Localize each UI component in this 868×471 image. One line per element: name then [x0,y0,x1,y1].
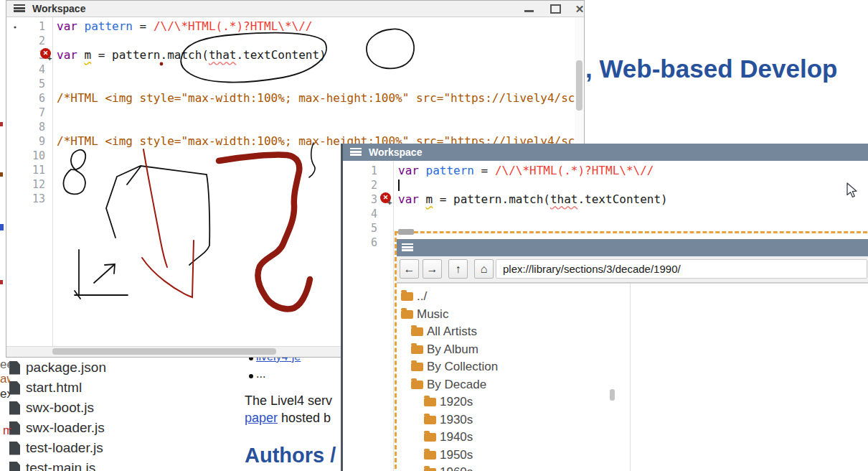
paragraph-line1: The Livel4 serv [245,393,332,409]
minimize-button[interactable] [522,4,537,14]
folder-label: By Album [427,342,478,357]
workspace2-titlebar[interactable]: Workspace [343,144,868,161]
file-icon [9,462,20,471]
file-label: package.json [26,360,106,376]
keyword-var: var [398,192,426,206]
text-cursor [398,179,400,191]
folder-item[interactable]: 1950s [424,447,473,464]
folder-icon [424,416,436,424]
file-icon [9,442,20,455]
file-label: test-main.js [26,460,95,471]
folder-icon [424,451,436,460]
folder-item[interactable]: 1940s [424,429,473,446]
back-icon[interactable]: ← [400,259,419,279]
folder-item[interactable]: 1960s [424,464,473,471]
bullet-icon [249,374,253,378]
line-number: 5 [356,221,377,236]
paper-link[interactable]: paper [245,411,278,425]
scrollbar-thumb[interactable] [52,348,276,355]
error-plus-icon: + [47,54,52,62]
error-badge[interactable]: ✕ + [380,192,392,204]
line-number: 12 [24,177,45,192]
folder-item[interactable]: Music [401,306,448,323]
operator: = [133,19,154,33]
file-item[interactable]: test-loader.js [9,439,103,457]
folder-icon [401,292,413,301]
code-line-6[interactable]: /*HTML <img style="max-width:100%; max-h… [57,91,585,106]
file-item[interactable]: package.json [9,359,106,376]
code-text: = pattern.match( [91,48,209,62]
code-line-3[interactable]: var m = pattern.match(that.textContent) [398,192,668,207]
edge-mark [0,122,3,126]
browser-content: ../ Music All Artists By Album By Collec… [397,283,868,471]
keyword-var: var [398,164,426,177]
code-text: .textContent) [236,48,326,62]
folder-label: By Decade [427,378,486,392]
folder-item[interactable]: 1920s [424,393,473,411]
authors-heading: Authors / [245,444,336,467]
code-line-1[interactable]: var pattern = /\/\*HTML(.*)?HTML\*\// [398,164,654,178]
browser-toolbar: ← → ↑ ⌂ plex://library/sections/3/decade… [397,256,868,283]
maximize-button[interactable] [548,4,564,14]
error-plus-icon: + [387,198,392,207]
file-icon [9,361,20,375]
text-fragment: aw [0,372,10,386]
folder-label: ../ [417,289,427,304]
regex-literal: /\/\*HTML(.*)?HTML\*\// [495,164,654,177]
file-item[interactable]: start.html [9,379,82,396]
identifier-m: m [426,192,433,206]
menu-icon[interactable] [350,148,362,156]
line-number: 9 [24,134,45,149]
code-line-3[interactable]: var m = pattern.match(that.textContent) [57,48,326,62]
close-button[interactable]: ✕ [572,4,585,14]
file-item[interactable]: swx-boot.js [9,399,94,416]
folder-label: All Artists [427,325,477,339]
workspace-window-2: Workspace 1 2 3 4 5 6 ✕ + var pattern = … [341,144,868,471]
address-bar[interactable]: plex://library/sections/3/decade/1990/ [496,259,867,279]
folder-label: 1920s [440,395,473,409]
workspace1-titlebar[interactable]: Workspace ✕ [6,1,584,17]
folder-item[interactable]: By Decade [411,376,486,393]
folder-item[interactable]: All Artists [411,323,477,340]
scrollbar-thumb[interactable] [610,389,615,401]
identifier-that: that [550,192,578,206]
folder-icon [411,363,423,371]
folder-label: 1960s [440,465,473,471]
text-fragment: ee [0,358,10,372]
folder-icon [424,433,436,442]
folder-item[interactable]: By Album [411,341,478,358]
workspace2-title: Workspace [369,146,422,158]
line-number: 4 [24,62,45,77]
folder-item[interactable]: 1930s [424,411,473,429]
text-fragment: m [3,424,11,438]
code-line-1[interactable]: var pattern = /\/\*HTML(.*)?HTML\*\// [57,19,312,34]
line-number: 13 [24,192,45,206]
folder-icon [401,310,413,319]
regex-literal: /\/\*HTML(.*)?HTML\*\// [154,19,313,33]
folder-icon [411,381,423,389]
error-badge[interactable]: ✕ + [40,48,52,60]
file-label: test-loader.js [26,440,103,456]
scrollbar-thumb[interactable] [576,60,582,111]
forward-icon[interactable]: → [423,259,442,279]
browser-titlebar[interactable] [397,239,868,256]
folder-icon [424,468,436,471]
file-item[interactable]: swx-loader.js [9,419,105,437]
drag-handle[interactable] [398,229,414,235]
up-icon[interactable]: ↑ [448,259,468,279]
edge-mark [0,172,3,177]
file-item[interactable]: test-main.js [9,460,95,471]
folder-item[interactable]: ../ [401,288,427,305]
menu-icon[interactable] [14,4,25,12]
home-icon[interactable]: ⌂ [474,259,494,279]
folder-item[interactable]: By Collection [411,358,498,376]
code-text: = pattern.match( [433,192,550,206]
line-number: 2 [24,34,45,48]
line-number: 3 [356,192,377,207]
file-label: start.html [26,380,82,396]
menu-icon[interactable] [402,243,413,251]
line-number: 6 [356,236,377,250]
album-grid: ORIGINAL MOTION PICTURE SOUNDTRACK THE 1… [631,284,868,471]
edge-mark [0,224,4,230]
identifier-pattern: pattern [85,19,133,33]
